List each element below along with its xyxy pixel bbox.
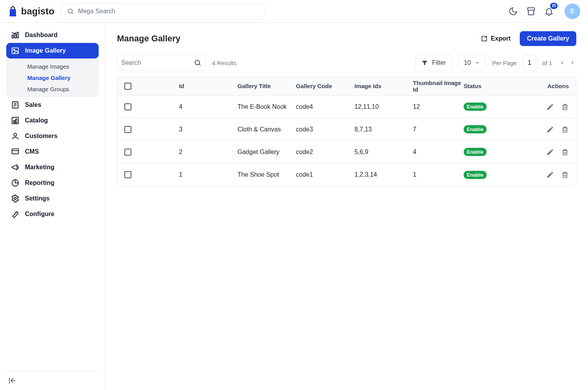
sidebar-item-marketing[interactable]: Marketing [6,160,99,175]
svg-rect-3 [528,10,534,15]
sidebar-item-dashboard[interactable]: Dashboard [6,27,99,43]
gear-icon [11,194,19,203]
svg-rect-17 [12,149,19,154]
cell-thumb: 7 [413,126,464,133]
cell-title: The E-Book Nook [237,103,296,110]
th-title[interactable]: Gallery Title [237,83,296,89]
sidebar-item-reporting[interactable]: Reporting [6,175,99,191]
svg-rect-28 [563,128,567,132]
edit-icon[interactable] [546,171,554,179]
notifications-badge: 25 [550,3,558,9]
sidebar-item-label: Image Gallery [25,47,66,54]
th-thumb[interactable]: Thumbnail Image Id [413,80,464,93]
sidebar-item-customers[interactable]: Customers [6,128,99,144]
cell-id: 2 [179,149,237,156]
svg-point-0 [68,9,73,13]
export-button[interactable]: Export [481,35,511,42]
pager [558,59,576,66]
per-page-label: Per Page [492,60,517,66]
sidebar-submenu-image-gallery: Manage Images Manage Gallery Manage Grou… [6,58,99,97]
delete-icon[interactable] [561,103,569,111]
row-checkbox[interactable] [124,171,131,178]
svg-rect-31 [563,150,567,155]
prev-page-button[interactable] [558,59,565,66]
per-page-select[interactable]: 10 [458,55,486,71]
next-page-button[interactable] [569,59,576,66]
sidebar-item-settings[interactable]: Settings [6,191,99,206]
sidebar-item-sales[interactable]: Sales [6,97,99,113]
sales-icon [11,101,19,109]
sidebar: Dashboard Image Gallery Manage Images Ma… [0,23,105,390]
sidebar-footer [6,371,99,387]
cell-imageids: 1,2,3,14 [354,171,413,178]
row-checkbox[interactable] [124,149,131,156]
svg-point-20 [14,197,16,200]
cell-id: 1 [179,171,237,178]
sidebar-item-catalog[interactable]: Catalog [6,113,99,128]
sidebar-collapse-button[interactable] [8,376,17,385]
table-search[interactable] [117,55,206,71]
table-row: 1The Shoe Spotcode11,2,3,141Enable [117,163,576,186]
gallery-table: Id Gallery Title Gallery Code Image Ids … [117,76,576,186]
row-checkbox[interactable] [124,126,131,133]
header: bagisto 25 E [0,0,588,23]
page-input[interactable] [523,55,536,71]
table-row: 3Cloth & Canvascode38,7,137Enable [117,118,576,141]
sidebar-sub-manage-gallery[interactable]: Manage Gallery [6,72,99,83]
sidebar-item-label: Dashboard [25,32,58,39]
dark-mode-toggle[interactable] [508,7,518,16]
image-icon [11,46,19,55]
cell-code: code2 [296,149,354,156]
brand-name: bagisto [21,6,54,17]
delete-icon[interactable] [561,148,569,156]
sidebar-item-label: Settings [25,195,50,202]
cell-imageids: 12,11,10 [354,103,413,110]
cell-imageids: 8,7,13 [354,126,413,133]
svg-rect-34 [563,173,567,178]
th-code[interactable]: Gallery Code [296,83,354,89]
sidebar-sub-manage-images[interactable]: Manage Images [6,61,99,72]
status-badge: Enable [464,148,487,156]
th-id[interactable]: Id [179,83,237,89]
th-status[interactable]: Status [464,83,526,89]
avatar[interactable]: E [565,4,580,19]
svg-rect-14 [13,121,15,123]
filter-icon [421,59,428,66]
svg-line-24 [199,64,201,66]
mega-search-input[interactable] [78,8,259,15]
svg-point-23 [195,60,200,65]
mega-search[interactable] [61,3,265,20]
create-gallery-button[interactable]: Create Gallery [520,31,576,46]
table-body: 4The E-Book Nookcode412,11,1012Enable3Cl… [117,96,576,186]
cell-title: The Shoe Spot [237,171,296,178]
sidebar-item-image-gallery[interactable]: Image Gallery [6,43,99,58]
brand-logo[interactable]: bagisto [8,6,54,17]
export-icon [481,35,488,42]
delete-icon[interactable] [561,171,569,179]
svg-rect-7 [12,48,19,54]
sidebar-sub-manage-groups[interactable]: Manage Groups [6,83,99,95]
chevron-down-icon [475,60,480,66]
store-icon[interactable] [526,7,536,16]
svg-rect-25 [563,105,567,110]
search-icon [194,59,202,67]
th-imageids[interactable]: Image Ids [354,83,413,89]
delete-icon[interactable] [561,126,569,133]
edit-icon[interactable] [546,126,554,133]
notifications-icon[interactable]: 25 [544,7,554,16]
row-checkbox[interactable] [124,103,131,110]
edit-icon[interactable] [546,103,554,111]
cell-thumb: 1 [413,171,464,178]
sidebar-item-cms[interactable]: CMS [6,144,99,160]
cell-thumb: 4 [413,149,464,156]
reporting-icon [11,179,19,187]
edit-icon[interactable] [546,148,554,156]
svg-point-16 [14,133,16,136]
svg-rect-15 [16,119,17,122]
sidebar-item-label: Sales [25,101,41,108]
main: Manage Gallery Export Create Gallery 4 R… [105,23,588,390]
table-search-input[interactable] [121,59,184,66]
sidebar-item-configure[interactable]: Configure [6,206,99,222]
filter-button[interactable]: Filter [415,55,452,71]
select-all-checkbox[interactable] [124,83,131,90]
